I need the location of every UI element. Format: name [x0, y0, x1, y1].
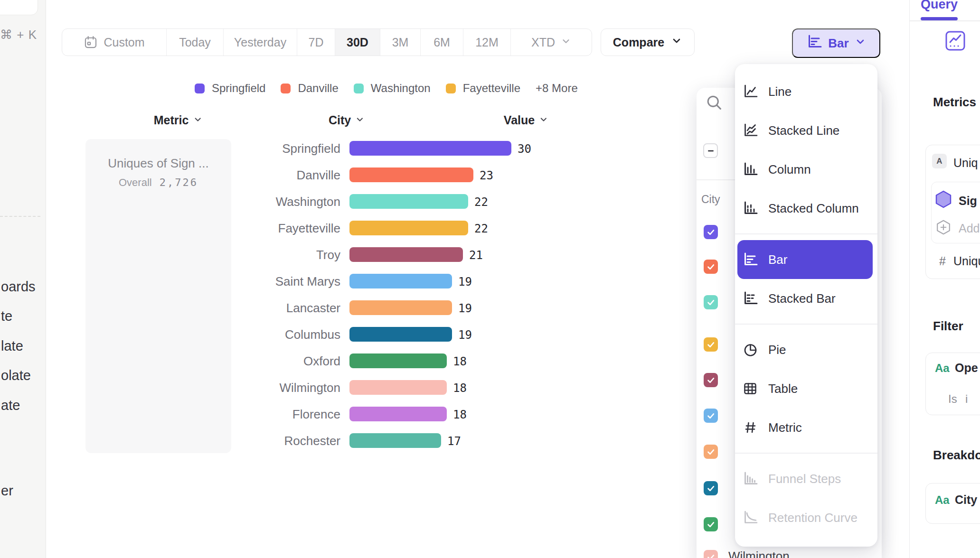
sidebar-search-card[interactable] [0, 0, 38, 15]
city-checkbox[interactable] [704, 517, 718, 531]
keyboard-shortcut-hint: ⌘ + K [0, 28, 37, 42]
range-custom[interactable]: Custom [62, 29, 167, 56]
add-metric-label[interactable]: Add [959, 222, 980, 235]
chart-type-trigger-button[interactable]: Bar [792, 28, 880, 58]
insights-chart-icon[interactable] [945, 30, 966, 53]
legend-item-washington[interactable]: Washington [354, 82, 431, 95]
sidebar-item-er[interactable]: er [1, 483, 13, 499]
city-column-header[interactable]: City [329, 113, 365, 127]
bar[interactable] [349, 380, 447, 395]
add-metric-hexagon-icon[interactable] [934, 218, 952, 238]
metric-column-header[interactable]: Metric [154, 113, 203, 127]
breakdown-property-name[interactable]: City [955, 493, 977, 507]
search-icon[interactable] [705, 93, 723, 113]
menu-item-stacked-column[interactable]: Stacked Column [735, 189, 877, 228]
hexagon-metric-icon [934, 190, 953, 211]
tab-query[interactable]: Query [921, 0, 958, 12]
bar-value: 22 [474, 195, 488, 209]
bar[interactable] [349, 221, 468, 235]
filter-property-name[interactable]: Ope [955, 361, 978, 375]
chart-type-trigger-label: Bar [828, 36, 848, 51]
sidebar-item-olate[interactable]: olate [1, 368, 31, 383]
city-checkbox[interactable] [704, 373, 718, 387]
bar-label: Danville [217, 168, 340, 182]
metric-event-name[interactable]: Uniq [953, 156, 978, 170]
range-7d[interactable]: 7D [297, 29, 335, 56]
range-yesterday[interactable]: Yesterday [224, 29, 297, 56]
bar[interactable] [349, 300, 452, 315]
range-30d[interactable]: 30D [335, 29, 380, 56]
range-3m[interactable]: 3M [380, 29, 421, 56]
range-12m[interactable]: 12M [463, 29, 511, 56]
bar[interactable] [349, 433, 441, 448]
city-checkbox[interactable] [704, 295, 718, 309]
legend-label: Springfield [212, 82, 265, 95]
city-checkbox[interactable] [704, 445, 718, 459]
compare-button[interactable]: Compare [601, 28, 695, 56]
menu-item-stacked-bar[interactable]: Stacked Bar [735, 279, 877, 318]
saved-metric-name[interactable]: Sig [959, 194, 977, 208]
compare-label: Compare [613, 36, 664, 49]
menu-item-label: Pie [768, 343, 786, 357]
menu-item-line[interactable]: Line [735, 72, 877, 111]
menu-divider [735, 453, 877, 454]
city-checkbox[interactable] [704, 337, 718, 352]
city-checkbox[interactable] [704, 260, 718, 274]
overall-value: 2,726 [160, 177, 198, 188]
filter-value[interactable]: i [965, 392, 968, 406]
range-xtd[interactable]: XTD [511, 29, 592, 56]
bar-value: 19 [458, 275, 472, 288]
city-checkbox[interactable] [704, 550, 718, 558]
stacked-line-icon [742, 122, 758, 139]
bar[interactable] [349, 327, 452, 342]
check-icon [706, 227, 716, 237]
menu-item-label: Stacked Bar [768, 291, 836, 306]
city-checkbox[interactable] [704, 225, 718, 239]
search-icon[interactable] [705, 93, 723, 112]
funnel-icon [742, 471, 758, 487]
menu-item-metric[interactable]: Metric [735, 408, 877, 447]
sidebar-item-late[interactable]: late [1, 338, 23, 354]
menu-item-pie[interactable]: Pie [735, 330, 877, 369]
legend-item-fayetteville[interactable]: Fayetteville [446, 82, 520, 95]
check-icon [706, 519, 716, 530]
insights-chart-icon[interactable] [945, 30, 966, 51]
filter-operator[interactable]: Is [948, 392, 957, 406]
menu-item-column[interactable]: Column [735, 150, 877, 189]
sidebar-item-ate[interactable]: ate [1, 398, 20, 413]
legend-swatch [354, 84, 364, 93]
menu-item-bar[interactable]: Bar [737, 240, 873, 279]
bar[interactable] [349, 274, 452, 288]
sidebar-item-te[interactable]: te [1, 308, 12, 324]
legend-item-danville[interactable]: Danville [281, 82, 338, 95]
bar[interactable] [349, 141, 511, 156]
chevron-down-icon [355, 115, 365, 124]
legend-item-springfield[interactable]: Springfield [195, 82, 265, 95]
legend-more-label[interactable]: +8 More [536, 82, 578, 95]
metric-card[interactable]: Uniques of Sign ... Overall 2,726 [85, 139, 231, 453]
check-icon [706, 483, 716, 493]
value-column-header[interactable]: Value [504, 113, 548, 127]
select-all-checkbox[interactable] [703, 143, 718, 158]
bar-icon [742, 251, 758, 268]
menu-item-label: Retention Curve [768, 511, 858, 525]
bar-value: 18 [453, 355, 467, 368]
city-checkbox[interactable] [704, 409, 718, 423]
bar[interactable] [349, 247, 463, 262]
range-today[interactable]: Today [167, 29, 224, 56]
city-checkbox[interactable] [704, 481, 718, 495]
legend-swatch [446, 84, 456, 93]
bar[interactable] [349, 407, 447, 421]
bar[interactable] [349, 194, 468, 209]
bar-label: Wilmington [217, 381, 340, 395]
range-label: 12M [475, 36, 499, 49]
bar[interactable] [349, 353, 447, 368]
bar[interactable] [349, 167, 473, 182]
add-metric-hexagon-icon[interactable] [934, 218, 952, 236]
menu-item-table[interactable]: Table [735, 369, 877, 408]
sidebar-item-oards[interactable]: oards [1, 279, 36, 295]
unique-row-label[interactable]: Uniqu [953, 254, 980, 268]
range-6m[interactable]: 6M [421, 29, 463, 56]
menu-item-stacked-line[interactable]: Stacked Line [735, 111, 877, 150]
legend-label: Washington [371, 82, 431, 95]
